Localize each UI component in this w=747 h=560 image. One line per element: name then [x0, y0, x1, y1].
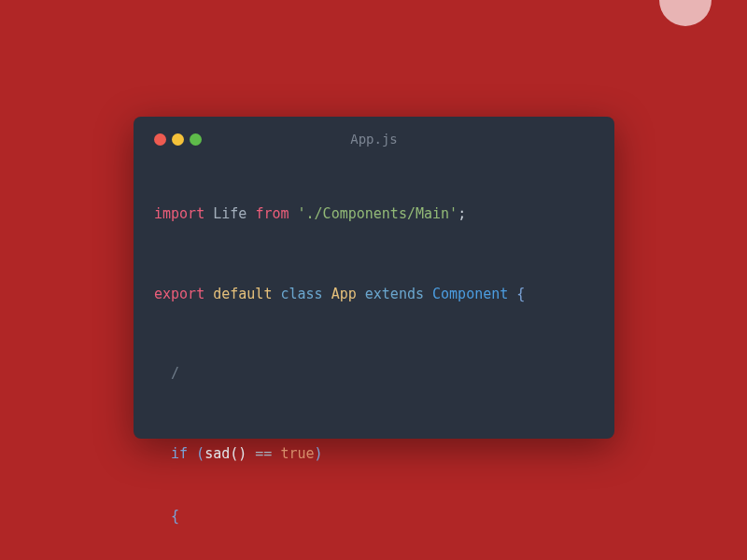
- close-icon[interactable]: [154, 133, 166, 146]
- token-punct: ;: [458, 205, 466, 222]
- code-line: import Life from './Components/Main';: [154, 203, 594, 225]
- window-titlebar: App.js: [154, 130, 594, 148]
- token-keyword: class: [280, 286, 322, 302]
- token-keyword: default: [213, 286, 272, 302]
- minimize-icon[interactable]: [172, 133, 184, 146]
- window-title: App.js: [154, 132, 594, 147]
- token-paren: (: [196, 445, 204, 462]
- code-line: if (sad() == true): [154, 443, 594, 465]
- avatar: [659, 0, 712, 26]
- token-keyword: extends: [365, 286, 424, 302]
- token-identifier: Life: [213, 205, 247, 222]
- code-line: export default class App extends Compone…: [154, 284, 594, 305]
- maximize-icon[interactable]: [190, 133, 202, 146]
- token-comment: /: [171, 365, 179, 382]
- token-keyword: import: [154, 205, 204, 222]
- token-keyword: from: [255, 205, 289, 222]
- token-operator: ==: [247, 445, 280, 462]
- token-paren: ): [315, 445, 323, 462]
- token-literal: true: [280, 445, 314, 462]
- token-keyword: if: [171, 445, 188, 462]
- token-component: Component: [432, 286, 508, 302]
- token-brace: {: [171, 508, 179, 525]
- code-line: /: [154, 363, 594, 385]
- token-string: './Components/Main': [298, 205, 458, 222]
- window-controls: [154, 133, 202, 146]
- token-keyword: export: [154, 286, 204, 302]
- token-brace: {: [516, 286, 525, 302]
- editor-window: App.js import Life from './Components/Ma…: [134, 117, 614, 439]
- token-classname: App: [331, 286, 357, 302]
- code-line: {: [154, 506, 594, 527]
- token-call: sad(): [204, 445, 247, 462]
- code-editor[interactable]: import Life from './Components/Main'; ex…: [154, 161, 594, 560]
